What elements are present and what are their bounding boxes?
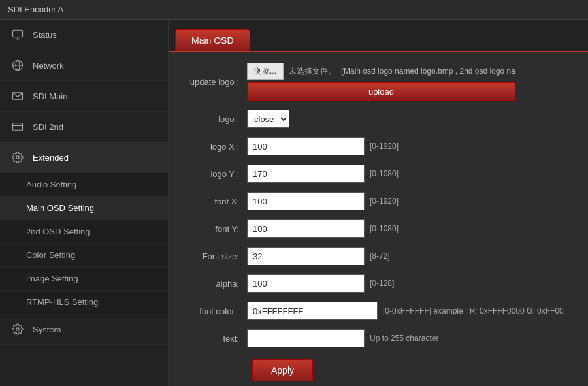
sidebar-item-color-setting[interactable]: Color Setting	[0, 244, 168, 267]
font-y-label: font Y:	[182, 224, 247, 234]
logo-y-input[interactable]	[247, 165, 365, 183]
apply-button[interactable]: Apply	[252, 359, 313, 381]
logo-y-range: [0-1080]	[370, 169, 399, 178]
alpha-control-group: [0-128]	[247, 274, 394, 293]
svg-point-10	[16, 328, 20, 331]
sidebar-label-network: Network	[33, 61, 64, 71]
font-color-label: font color :	[182, 306, 247, 316]
sidebar-label-sdi-main: SDI Main	[33, 91, 67, 101]
settings-icon	[10, 322, 25, 336]
font-size-input[interactable]	[247, 247, 365, 265]
alpha-input[interactable]	[247, 274, 365, 293]
sidebar-label-status: Status	[33, 30, 57, 40]
upload-button[interactable]: upload	[247, 82, 515, 101]
tab-header: Main OSD	[169, 20, 588, 51]
font-x-row: font X: [0-1920]	[182, 192, 575, 210]
text-control-group: Up to 255 character	[247, 329, 438, 347]
alpha-row: alpha: [0-128]	[182, 274, 575, 293]
font-x-input[interactable]	[247, 192, 365, 210]
sidebar-item-2nd-osd-setting[interactable]: 2nd OSD Setting	[0, 220, 168, 244]
text-label: text:	[182, 334, 247, 344]
logo-x-control-group: [0-1920]	[247, 137, 399, 155]
logo-label: logo :	[182, 114, 247, 124]
title-bar: SDI Encoder A	[0, 0, 588, 20]
file-hint: 未选择文件。	[289, 66, 336, 77]
gear-icon	[10, 150, 25, 165]
tab-main-osd[interactable]: Main OSD	[175, 29, 250, 51]
alpha-range: [0-128]	[370, 279, 394, 288]
svg-rect-0	[13, 30, 23, 37]
logo-control-group: close open	[247, 110, 289, 128]
update-logo-controls: 浏览... 未选择文件。 (Main osd logo named logo.b…	[247, 63, 515, 101]
font-size-control-group: [8-72]	[247, 247, 390, 265]
font-y-row: font Y: [0-1080]	[182, 219, 575, 238]
font-y-range: [0-1080]	[370, 224, 399, 233]
font-color-range: [0-0xFFFFFF] example : R: 0xFFFF0000 G: …	[383, 306, 564, 315]
font-y-control-group: [0-1080]	[247, 219, 399, 238]
sidebar-label-extended: Extended	[33, 153, 69, 163]
sidebar-item-audio-setting[interactable]: Audio Setting	[0, 173, 168, 197]
svg-rect-7	[13, 123, 23, 131]
monitor-icon	[10, 27, 25, 42]
logo-y-control-group: [0-1080]	[247, 165, 399, 183]
file-note: (Main osd logo named logo.bmp , 2nd osd …	[341, 67, 515, 76]
sidebar-item-system[interactable]: System	[0, 314, 168, 345]
alpha-label: alpha:	[182, 279, 247, 289]
browse-button[interactable]: 浏览...	[247, 63, 284, 80]
sidebar-label-system: System	[33, 325, 61, 334]
logo-y-label: logo Y :	[182, 169, 247, 179]
apply-row: Apply	[182, 357, 575, 381]
font-color-input[interactable]	[247, 302, 378, 320]
sidebar-item-network[interactable]: Network	[0, 50, 168, 81]
sidebar-item-extended[interactable]: Extended	[0, 142, 168, 173]
font-y-input[interactable]	[247, 219, 365, 238]
font-x-label: font X:	[182, 197, 247, 206]
logo-x-label: logo X :	[182, 142, 247, 152]
sidebar-sub-menu: Audio Setting Main OSD Setting 2nd OSD S…	[0, 173, 168, 314]
text-row: text: Up to 255 character	[182, 329, 575, 347]
update-logo-label: update logo :	[182, 77, 247, 87]
font-color-control-group: [0-0xFFFFFF] example : R: 0xFFFF0000 G: …	[247, 302, 564, 320]
globe-icon	[10, 58, 25, 72]
logo-x-input[interactable]	[247, 137, 365, 155]
sidebar-item-sdi-main[interactable]: SDI Main	[0, 81, 168, 112]
sidebar: Status Network SDI Main SDI 2nd Extended	[0, 20, 169, 386]
font-size-row: Font size: [8-72]	[182, 247, 575, 265]
sidebar-item-main-osd-setting[interactable]: Main OSD Setting	[0, 197, 168, 220]
disc-icon	[10, 89, 25, 103]
sidebar-item-image-setting[interactable]: image Setting	[0, 267, 168, 291]
logo-y-row: logo Y : [0-1080]	[182, 165, 575, 183]
update-logo-row: update logo : 浏览... 未选择文件。 (Main osd log…	[182, 63, 575, 101]
text-hint: Up to 255 character	[370, 334, 438, 343]
sidebar-label-sdi-2nd: SDI 2nd	[33, 122, 63, 132]
logo-select[interactable]: close open	[247, 110, 289, 128]
font-size-label: Font size:	[182, 251, 247, 261]
form-area: update logo : 浏览... 未选择文件。 (Main osd log…	[169, 51, 588, 386]
font-x-control-group: [0-1920]	[247, 192, 399, 210]
logo-x-range: [0-1920]	[370, 142, 399, 151]
sidebar-item-status[interactable]: Status	[0, 20, 168, 50]
logo-row: logo : close open	[182, 110, 575, 128]
disc2-icon	[10, 120, 25, 134]
svg-point-9	[16, 156, 20, 159]
font-size-range: [8-72]	[370, 251, 390, 261]
font-x-range: [0-1920]	[370, 197, 399, 206]
font-color-row: font color : [0-0xFFFFFF] example : R: 0…	[182, 302, 575, 320]
logo-x-row: logo X : [0-1920]	[182, 137, 575, 155]
main-content: Main OSD update logo : 浏览... 未选择文件。 (Mai…	[169, 20, 588, 386]
app-title: SDI Encoder A	[8, 5, 63, 14]
sidebar-item-sdi-2nd[interactable]: SDI 2nd	[0, 112, 168, 142]
text-input[interactable]	[247, 329, 365, 347]
sidebar-item-rtmp-hls-setting[interactable]: RTMP-HLS Setting	[0, 291, 168, 314]
